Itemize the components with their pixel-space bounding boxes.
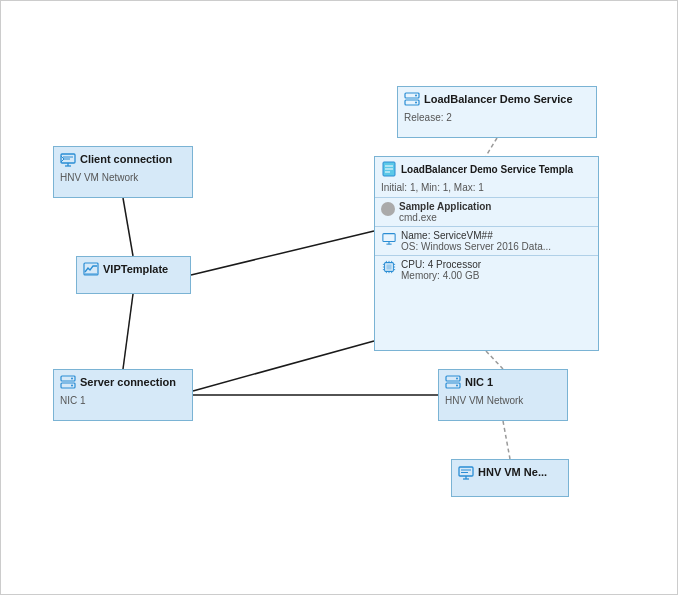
lb-service-label: LoadBalancer Demo Service bbox=[424, 93, 573, 105]
lb-template-cpu: CPU: 4 Processor bbox=[401, 259, 481, 270]
lb-template-vm-row: Name: ServiceVM## OS: Windows Server 201… bbox=[375, 226, 598, 255]
lb-template-header: LoadBalancer Demo Service Templa bbox=[375, 157, 598, 181]
server-connection-node[interactable]: Server connection NIC 1 bbox=[53, 369, 193, 421]
nic1-icon bbox=[445, 374, 461, 390]
svg-rect-31 bbox=[386, 264, 391, 269]
lb-template-vm-name: Name: ServiceVM## bbox=[401, 230, 551, 241]
nic1-header: NIC 1 bbox=[439, 370, 567, 394]
app-icon bbox=[381, 202, 395, 216]
client-connection-header: Client connection bbox=[54, 147, 192, 171]
svg-point-17 bbox=[71, 378, 73, 380]
lb-service-node[interactable]: LoadBalancer Demo Service Release: 2 bbox=[397, 86, 597, 138]
svg-point-18 bbox=[71, 385, 73, 387]
lb-template-memory: Memory: 4.00 GB bbox=[401, 270, 481, 281]
svg-line-5 bbox=[486, 351, 503, 369]
svg-line-1 bbox=[123, 294, 133, 369]
svg-line-0 bbox=[123, 198, 133, 256]
hnv-network-label: HNV VM Ne... bbox=[478, 466, 547, 478]
nic1-node[interactable]: NIC 1 HNV VM Network bbox=[438, 369, 568, 421]
svg-point-47 bbox=[456, 385, 458, 387]
svg-line-4 bbox=[193, 341, 374, 391]
lb-template-app-row: Sample Application cmd.exe bbox=[375, 197, 598, 226]
hnv-network-node[interactable]: HNV VM Ne... bbox=[451, 459, 569, 497]
svg-point-22 bbox=[415, 102, 417, 104]
server-connection-label: Server connection bbox=[80, 376, 176, 388]
lb-service-header: LoadBalancer Demo Service bbox=[398, 87, 596, 111]
nic1-label: NIC 1 bbox=[465, 376, 493, 388]
vip-template-node[interactable]: VIPTemplate bbox=[76, 256, 191, 294]
hnv-network-header: HNV VM Ne... bbox=[452, 460, 568, 484]
client-connection-sublabel: HNV VM Network bbox=[54, 171, 192, 187]
svg-rect-27 bbox=[383, 234, 395, 242]
lb-template-initial: Initial: 1, Min: 1, Max: 1 bbox=[375, 181, 598, 197]
svg-line-6 bbox=[503, 421, 510, 459]
lb-template-app-cmd: cmd.exe bbox=[399, 212, 491, 223]
server-connection-sublabel: NIC 1 bbox=[54, 394, 192, 410]
svg-line-2 bbox=[191, 231, 374, 275]
lb-template-app-name: Sample Application bbox=[399, 201, 491, 212]
client-connection-node[interactable]: Client connection HNV VM Network bbox=[53, 146, 193, 198]
server-connection-header: Server connection bbox=[54, 370, 192, 394]
svg-point-21 bbox=[415, 95, 417, 97]
lb-template-vm-os: OS: Windows Server 2016 Data... bbox=[401, 241, 551, 252]
vip-template-header: VIPTemplate bbox=[77, 257, 190, 281]
lb-template-icon bbox=[381, 161, 397, 177]
client-connection-label: Client connection bbox=[80, 153, 172, 165]
lb-service-sublabel: Release: 2 bbox=[398, 111, 596, 127]
lb-template-node[interactable]: LoadBalancer Demo Service Templa Initial… bbox=[374, 156, 599, 351]
svg-line-7 bbox=[486, 138, 497, 156]
lb-service-icon bbox=[404, 91, 420, 107]
svg-rect-48 bbox=[459, 467, 473, 476]
nic1-sublabel: HNV VM Network bbox=[439, 394, 567, 410]
vip-template-label: VIPTemplate bbox=[103, 263, 168, 275]
vip-template-icon bbox=[83, 261, 99, 277]
lb-template-vm-icon bbox=[381, 230, 397, 246]
client-connection-icon bbox=[60, 151, 76, 167]
server-connection-icon bbox=[60, 374, 76, 390]
hnv-network-icon bbox=[458, 464, 474, 480]
lb-template-cpu-row: CPU: 4 Processor Memory: 4.00 GB bbox=[375, 255, 598, 284]
lb-template-label: LoadBalancer Demo Service Templa bbox=[401, 164, 573, 175]
svg-point-46 bbox=[456, 378, 458, 380]
diagram-canvas: Client connection HNV VM Network VIPTemp… bbox=[0, 0, 678, 595]
lb-template-cpu-icon bbox=[381, 259, 397, 275]
